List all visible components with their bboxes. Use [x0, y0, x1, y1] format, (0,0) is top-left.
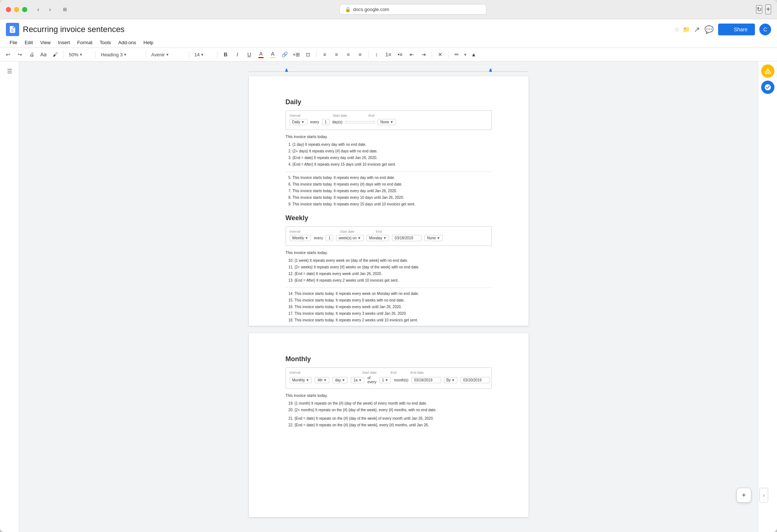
link-button[interactable]: 🔗: [279, 49, 290, 60]
font-size-value: 14: [194, 52, 199, 57]
folder-icon[interactable]: 📁: [683, 26, 690, 33]
sidebar-nav-icon[interactable]: ☰: [3, 64, 16, 78]
collapse-toolbar-button[interactable]: ▲: [469, 49, 479, 60]
weekly-ui-box: Interval Start date End Weekly ▼ every 1…: [286, 226, 492, 246]
weekly-period-field[interactable]: week(s) on ▼: [336, 235, 364, 241]
align-right-button[interactable]: ≡: [343, 49, 353, 60]
daily-start-date-field[interactable]: [345, 121, 375, 123]
list-item: 11. {2+ weeks} It repeats every {#} week…: [289, 264, 492, 270]
bold-button[interactable]: B: [220, 49, 231, 60]
edit-mode-arrow[interactable]: ▼: [463, 53, 467, 57]
menu-insert[interactable]: Insert: [54, 38, 74, 47]
monthly-start-date-field[interactable]: 03/18/2019: [412, 377, 441, 383]
monthly-count-field[interactable]: 1 ▼: [379, 377, 391, 383]
justify-button[interactable]: ≡: [355, 49, 365, 60]
weekly-day-arrow: ▼: [383, 236, 386, 240]
daily-ui-labels-row: Interval Start date End: [290, 114, 488, 117]
paint-format-button[interactable]: 🖌: [50, 49, 60, 60]
italic-button[interactable]: I: [232, 49, 243, 60]
menu-view[interactable]: View: [36, 38, 54, 47]
chevron-right-icon: ›: [763, 492, 765, 498]
monthly-day-field[interactable]: day ▼: [332, 377, 348, 383]
menu-edit[interactable]: Edit: [21, 38, 36, 47]
minimize-button[interactable]: [14, 7, 19, 12]
decrease-indent-button[interactable]: ⇤: [407, 49, 417, 60]
zoom-value: 50%: [69, 52, 78, 57]
avatar[interactable]: C: [759, 24, 771, 35]
daily-interval-field[interactable]: Daily ▼: [290, 119, 307, 125]
share-button[interactable]: 👤 Share: [718, 24, 755, 35]
align-left-button[interactable]: ≡: [319, 49, 330, 60]
document-area[interactable]: Daily Interval Start date End Daily ▼ ev…: [19, 61, 758, 532]
window-layout-button[interactable]: ⊞: [60, 4, 70, 15]
nav-arrows: ‹ ›: [33, 4, 55, 15]
edit-mode-button[interactable]: ✏: [452, 49, 462, 60]
scroll-right-button[interactable]: ›: [759, 488, 768, 503]
list-item: 13. {End = After} It repeats every 2 wee…: [289, 278, 492, 283]
analytics-icon[interactable]: ↗: [694, 25, 700, 34]
menu-format[interactable]: Format: [74, 38, 96, 47]
print-button[interactable]: 🖨: [27, 49, 37, 60]
monthly-nth-field[interactable]: 4th ▼: [315, 377, 329, 383]
weekly-day-field[interactable]: Monday ▼: [367, 235, 389, 241]
title-actions: ☆ 📁: [674, 25, 690, 34]
menu-addons[interactable]: Add-ons: [114, 38, 139, 47]
monthly-end-type-field[interactable]: By ▼: [444, 377, 458, 383]
monthly-end-date-field[interactable]: 03/20/2019: [460, 377, 490, 383]
addon-icon-1[interactable]: [761, 64, 774, 78]
highlight-color-button[interactable]: A: [268, 49, 278, 60]
list-item: 3. {End = date} It repeats every day unt…: [289, 155, 492, 161]
font-select[interactable]: Avenir ▼: [149, 50, 186, 59]
heading-select[interactable]: Heading 3 ▼: [99, 50, 143, 59]
comment-icon[interactable]: 💬: [704, 25, 714, 34]
interval-label: Interval: [290, 114, 301, 117]
redo-button[interactable]: ↪: [15, 49, 25, 60]
floating-add-button[interactable]: +: [737, 488, 751, 503]
new-tab-button[interactable]: +: [765, 4, 771, 14]
menu-file[interactable]: File: [6, 38, 21, 47]
menu-tools[interactable]: Tools: [96, 38, 114, 47]
monthly-interval-field[interactable]: Monthly ▼: [290, 377, 312, 383]
daily-end-field[interactable]: None ▼: [378, 119, 396, 125]
share-label: Share: [734, 27, 748, 32]
document-title[interactable]: Recurring invoice sentences: [23, 25, 670, 34]
maximize-button[interactable]: [22, 7, 27, 12]
weekly-interval-field[interactable]: Weekly ▼: [290, 235, 311, 241]
numbered-list-button[interactable]: 1≡: [383, 49, 393, 60]
line-spacing-button[interactable]: ↕: [371, 49, 382, 60]
zoom-select[interactable]: 50% ▼: [67, 50, 92, 59]
font-size-select[interactable]: 14 ▼: [192, 50, 214, 59]
close-button[interactable]: [6, 7, 11, 12]
daily-count-field[interactable]: 1: [322, 119, 329, 125]
docs-app-icon: [6, 23, 19, 36]
insert-table-button[interactable]: ⊡: [303, 49, 313, 60]
address-bar-container: 🔒 docs.google.com: [76, 4, 750, 15]
monthly-items: 19. {1 month} It repeats on the {#} {day…: [286, 401, 492, 428]
text-color-indicator: [258, 57, 264, 58]
text-color-button[interactable]: A: [256, 49, 266, 60]
menu-help[interactable]: Help: [140, 38, 157, 47]
monthly-1a-field[interactable]: 1a ▼: [351, 377, 364, 383]
monthly-day-arrow: ▼: [342, 378, 345, 382]
clear-format-button[interactable]: ✕: [435, 49, 445, 60]
weekly-ui-fields-row: Weekly ▼ every 1 week(s) on ▼ Monday ▼ 0…: [290, 235, 488, 241]
ruler: [249, 69, 529, 75]
address-bar[interactable]: 🔒 docs.google.com: [339, 4, 487, 15]
bullet-list-button[interactable]: •≡: [395, 49, 405, 60]
undo-button[interactable]: ↩: [3, 49, 13, 60]
reload-button[interactable]: ↻: [756, 5, 762, 14]
back-button[interactable]: ‹: [33, 4, 43, 15]
insert-image-button[interactable]: +⊞: [291, 49, 301, 60]
weekly-end-field[interactable]: None ▼: [424, 235, 443, 241]
forward-button[interactable]: ›: [45, 4, 55, 15]
underline-button[interactable]: U: [244, 49, 254, 60]
spelling-button[interactable]: Aa: [38, 49, 49, 60]
weekly-count-field[interactable]: 1: [326, 235, 333, 241]
star-icon[interactable]: ☆: [674, 25, 680, 34]
list-item: 17. This invoice starts today. It repeat…: [289, 311, 492, 316]
increase-indent-button[interactable]: ⇥: [418, 49, 429, 60]
align-center-button[interactable]: ≡: [331, 49, 342, 60]
divider-2: [286, 288, 492, 288]
weekly-start-date-field[interactable]: 03/18/2019: [392, 235, 421, 241]
addon-icon-2[interactable]: [761, 81, 774, 94]
